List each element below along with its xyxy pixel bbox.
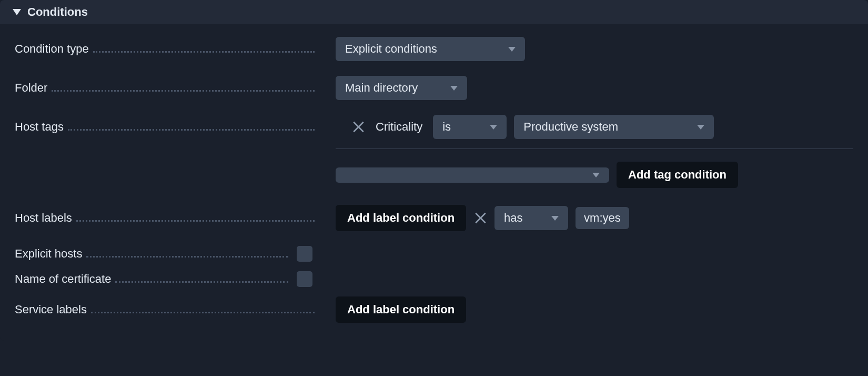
dots — [76, 220, 315, 222]
dots — [86, 256, 288, 258]
dots — [68, 129, 315, 131]
dots — [93, 51, 315, 53]
checkbox-explicit-hosts[interactable] — [297, 246, 312, 262]
select-label-operator[interactable]: has — [494, 206, 568, 230]
select-tag-value[interactable]: Productive system — [514, 115, 714, 139]
panel-title: Conditions — [27, 5, 88, 19]
row-explicit-hosts: Explicit hosts — [15, 246, 853, 262]
dots — [115, 281, 288, 283]
add-tag-condition-button[interactable]: Add tag condition — [617, 162, 738, 188]
label-name-of-certificate: Name of certificate — [15, 272, 115, 286]
select-value: is — [442, 120, 451, 134]
row-host-tags: Host tags Criticality is Productive syst… — [15, 115, 853, 139]
chevron-down-icon — [508, 47, 516, 52]
row-name-of-certificate: Name of certificate — [15, 271, 853, 287]
row-host-labels: Host labels Add label condition has vm:y… — [15, 205, 853, 231]
chevron-down-icon — [490, 125, 497, 130]
chevron-down-icon — [697, 125, 704, 130]
select-tag-operator[interactable]: is — [433, 115, 507, 139]
chevron-down-icon — [592, 173, 600, 177]
row-service-labels: Service labels Add label condition — [15, 296, 853, 323]
select-folder[interactable]: Main directory — [336, 76, 467, 100]
tag-group-label: Criticality — [372, 120, 426, 134]
label-pill[interactable]: vm:yes — [576, 207, 629, 229]
add-service-label-condition-button[interactable]: Add label condition — [336, 296, 466, 323]
dots — [52, 90, 315, 92]
select-value: Main directory — [345, 81, 418, 95]
select-value: has — [504, 211, 522, 225]
conditions-panel: Conditions Condition type Explicit condi… — [0, 0, 868, 341]
label-explicit-hosts: Explicit hosts — [15, 247, 86, 261]
chevron-down-icon — [551, 216, 559, 221]
panel-content: Condition type Explicit conditions Folde… — [0, 24, 868, 341]
label-host-labels: Host labels — [15, 211, 76, 225]
tag-subsection: Add tag condition — [15, 149, 853, 188]
select-value: Explicit conditions — [345, 42, 437, 56]
row-condition-type: Condition type Explicit conditions — [15, 37, 853, 61]
divider — [336, 149, 853, 149]
remove-tag-icon[interactable] — [351, 120, 365, 134]
select-value: Productive system — [523, 120, 618, 134]
select-condition-type[interactable]: Explicit conditions — [336, 37, 525, 61]
collapse-icon — [13, 9, 21, 15]
label-folder: Folder — [15, 81, 52, 95]
remove-label-icon[interactable] — [473, 211, 487, 225]
label-host-tags: Host tags — [15, 120, 68, 134]
add-host-label-condition-button[interactable]: Add label condition — [336, 205, 466, 231]
select-new-tag-group[interactable] — [336, 167, 609, 183]
checkbox-name-of-certificate[interactable] — [297, 271, 312, 287]
dots — [91, 312, 315, 313]
row-folder: Folder Main directory — [15, 76, 853, 100]
label-service-labels: Service labels — [15, 303, 91, 316]
chevron-down-icon — [450, 86, 458, 91]
panel-header[interactable]: Conditions — [0, 0, 868, 24]
label-condition-type: Condition type — [15, 42, 93, 56]
